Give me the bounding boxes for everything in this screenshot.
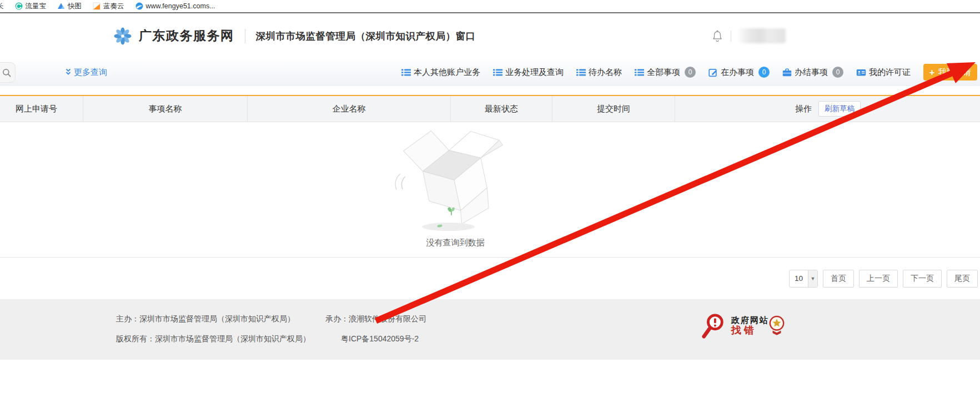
briefcase-icon [782,68,792,77]
bookmark-label: www.fengye51.coms... [146,2,215,10]
nav-item-todo-name[interactable]: 待办名称 [576,67,622,78]
find-error-magnifier-icon [701,311,726,340]
blue-globe-icon [135,2,143,10]
col-header-matter-name: 事项名称 [83,96,248,122]
footer-copyright-text: 版权所有：深圳市市场监督管理局（深圳市知识产权局） [116,334,310,344]
actions-label: 操作 [795,104,812,114]
nav-item-my-licenses[interactable]: 我的许可证 [856,67,911,78]
nav-item-label: 业务处理及查询 [505,67,564,78]
site-logo-link[interactable]: 广东政务服务网 [114,27,234,45]
col-header-actions: 操作 刷新草稿 [675,96,980,122]
page-footer: 主办：深圳市市场监督管理局（深圳市知识产权局） 承办：浪潮软件股份有限公司 版权… [0,299,980,360]
pagination-bar: 10 ▼ 首页 上一页 下一页 尾页 [0,258,980,299]
footer-undertake-text: 承办：浪潮软件股份有限公司 [325,314,426,324]
table-header-row: 网上申请号 事项名称 企业名称 最新状态 提交时间 操作 刷新草稿 [0,96,980,122]
footer-row-copyright: 版权所有：深圳市市场监督管理局（深圳市知识产权局） 粤ICP备15042059号… [116,334,980,344]
applications-table: 网上申请号 事项名称 企业名称 最新状态 提交时间 操作 刷新草稿 [0,95,980,258]
bookmark-item[interactable]: www.fengye51.coms... [135,2,215,10]
nav-item-business-process-query[interactable]: 业务处理及查询 [493,67,564,78]
nav-item-all-matters[interactable]: 全部事项 0 [635,67,696,78]
spacer [0,86,980,95]
page-size-value: 10 [790,270,808,287]
footer-host-text: 主办：深圳市市场监督管理局（深圳市知识产权局） [116,314,295,324]
spacer [0,360,980,412]
bookmark-label: 蓝奏云 [103,2,124,11]
nav-item-label: 待办名称 [589,67,622,78]
pinwheel-logo-icon [114,27,132,45]
apply-now-button[interactable]: + 我要申请 [923,64,977,80]
find-error-line1: 政府网站 [731,315,769,325]
last-page-button[interactable]: 尾页 [947,270,978,288]
bookmark-item[interactable]: 快图 [57,2,82,11]
nav-item-label: 本人其他账户业务 [414,67,480,78]
col-header-submit-time: 提交时间 [552,96,675,122]
empty-state-text: 没有查询到数据 [394,238,516,248]
plus-icon: + [929,68,935,77]
notification-bell-icon[interactable] [712,30,723,42]
count-badge: 0 [685,67,696,78]
find-error-texts: 政府网站 找错 [731,315,769,336]
orange-page-icon [93,2,100,10]
col-header-application-no: 网上申请号 [0,96,83,122]
function-nav-bar: 更多查询 本人其他账户业务 业务处理及查询 待办名称 全部事项 0 [0,58,980,86]
id-card-icon [856,68,866,77]
prev-page-button[interactable]: 上一页 [859,270,898,288]
refresh-draft-button[interactable]: 刷新草稿 [818,101,861,117]
count-badge: 0 [832,67,843,78]
next-page-button[interactable]: 下一页 [903,270,942,288]
gov-site-find-error-badge[interactable]: 政府网站 找错 [701,311,769,340]
col-header-latest-status: 最新状态 [451,96,552,122]
bookmark-label: 长 [0,2,4,11]
nav-item-completed-matters[interactable]: 办结事项 0 [782,67,843,78]
footer-row-host: 主办：深圳市市场监督管理局（深圳市知识产权局） 承办：浪潮软件股份有限公司 [116,314,980,324]
nav-item-other-account-business[interactable]: 本人其他账户业务 [401,67,480,78]
header-divider [731,31,731,42]
sprout-icon [448,206,455,216]
more-query-label: 更多查询 [74,67,107,78]
header-right [712,13,786,58]
bookmark-label: 快图 [68,2,82,11]
list-icon [576,68,586,77]
nav-item-label: 办结事项 [795,67,828,78]
find-error-line2: 找错 [731,325,769,336]
browser-bookmarks-bar: 长 流量宝 快图 蓝奏云 www.fengye51.coms... [0,0,980,13]
header-divider [245,29,245,43]
list-icon [635,68,644,77]
leaf-icon [436,224,443,228]
nav-items-group: 本人其他账户业务 业务处理及查询 待办名称 全部事项 0 在办事项 [401,64,977,80]
page: 长 流量宝 快图 蓝奏云 www.fengye51.coms... [0,0,980,413]
gov-emblem-seal-icon[interactable] [768,315,785,335]
teal-circle-icon [15,2,23,10]
bookmark-item[interactable]: 蓝奏云 [93,2,124,11]
double-chevron-down-icon [65,68,72,76]
site-brand-name: 广东政务服务网 [139,27,234,44]
bookmark-item[interactable]: 长 [0,2,4,11]
edit-icon [708,68,718,77]
search-icon [2,68,11,77]
chevron-down-icon: ▼ [808,270,817,287]
window-title: 深圳市市场监督管理局（深圳市知识产权局）窗口 [256,29,476,43]
bookmark-item[interactable]: 流量宝 [15,2,47,11]
user-account-blurred[interactable] [739,28,786,43]
nav-item-in-progress-matters[interactable]: 在办事项 0 [708,67,770,78]
footer-icp-text: 粤ICP备15042059号-2 [341,334,419,344]
site-header: 广东政务服务网 深圳市市场监督管理局（深圳市知识产权局）窗口 [0,13,980,58]
bookmark-label: 流量宝 [26,2,47,11]
nav-item-label: 全部事项 [647,67,680,78]
nav-item-label: 在办事项 [721,67,754,78]
nav-item-label: 我的许可证 [869,67,911,78]
list-icon [401,68,411,77]
empty-box-shadow [422,223,475,231]
more-query-link[interactable]: 更多查询 [65,67,107,78]
list-icon [493,68,502,77]
table-body-empty: 没有查询到数据 [0,122,980,258]
page-size-select[interactable]: 10 ▼ [789,270,818,288]
search-box-fragment[interactable] [0,62,16,83]
first-page-button[interactable]: 首页 [823,270,854,288]
blue-mountain-icon [57,2,65,10]
count-badge: 0 [758,67,770,78]
apply-now-label: 我要申请 [938,67,971,78]
col-header-company-name: 企业名称 [248,96,451,122]
